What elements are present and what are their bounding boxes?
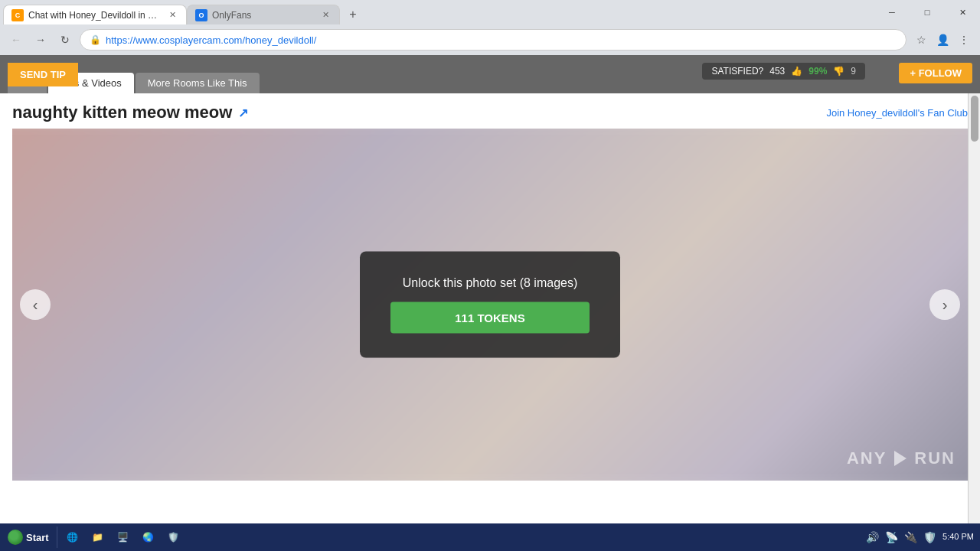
tab-more-rooms[interactable]: More Rooms Like This bbox=[136, 73, 260, 93]
tab1-favicon: C bbox=[11, 9, 24, 21]
taskbar-antivirus-icon[interactable]: 🛡️ bbox=[162, 529, 185, 546]
windows-icon bbox=[8, 530, 23, 545]
window-controls: ─ □ ✕ bbox=[874, 0, 980, 24]
satisfied-label: SATISFIED? bbox=[711, 66, 763, 77]
satisfied-pct: 99% bbox=[808, 66, 827, 77]
external-link-icon[interactable]: ↗ bbox=[238, 106, 248, 120]
unlock-text: Unlock this photo set (8 images) bbox=[403, 276, 578, 290]
speaker-icon: 🔊 bbox=[866, 531, 879, 543]
fan-club-link[interactable]: Join Honey_devildoll's Fan Club bbox=[826, 107, 968, 119]
taskbar-browser-icon[interactable]: 🌏 bbox=[136, 529, 160, 546]
bookmark-button[interactable]: ☆ bbox=[911, 30, 931, 50]
watermark-text-any: ANY bbox=[847, 448, 887, 468]
tab-strip: C Chat with Honey_Devildoll in a Live / … bbox=[0, 0, 363, 24]
scrollbar[interactable] bbox=[968, 93, 980, 523]
unlock-overlay: Unlock this photo set (8 images) 111 TOK… bbox=[360, 252, 620, 358]
watermark-play-icon bbox=[894, 451, 906, 466]
follow-button[interactable]: + FOLLOW bbox=[899, 63, 972, 83]
tab-active[interactable]: C Chat with Honey_Devildoll in a Live / … bbox=[3, 5, 187, 24]
thumbs-down-icon: 👎 bbox=[833, 66, 844, 77]
battery-icon: 🔌 bbox=[904, 531, 917, 543]
tab2-favicon: O bbox=[195, 9, 207, 21]
lock-icon: 🔒 bbox=[90, 34, 101, 45]
taskbar-items: 🌐 📁 🖥️ 🌏 🛡️ bbox=[57, 529, 860, 546]
refresh-button[interactable]: ↻ bbox=[55, 30, 75, 50]
unlock-button[interactable]: 111 TOKENS bbox=[390, 302, 590, 334]
dislike-count: 9 bbox=[851, 66, 856, 77]
main-area: naughty kitten meow meow ↗ Join Honey_de… bbox=[0, 93, 980, 551]
tab-inactive[interactable]: O OnlyFans ✕ bbox=[187, 5, 340, 24]
url-text: https://www.cosplayercam.com/honey_devil… bbox=[106, 34, 316, 46]
start-button[interactable]: Start bbox=[0, 527, 57, 548]
address-bar: ← → ↻ 🔒 https://www.cosplayercam.com/hon… bbox=[0, 24, 980, 55]
network-icon: 📡 bbox=[885, 531, 898, 543]
send-tip-button[interactable]: SEND TIP bbox=[8, 63, 78, 86]
satisfied-bar: SATISFIED? 453 👍 99% 👎 9 bbox=[702, 63, 865, 80]
room-title: naughty kitten meow meow ↗ bbox=[12, 103, 248, 122]
taskbar-ie-icon[interactable]: 🌐 bbox=[60, 529, 84, 546]
page-tab-nav: Bio Pics & Videos More Rooms Like This S… bbox=[0, 55, 980, 93]
start-label: Start bbox=[26, 532, 49, 543]
tab1-close[interactable]: ✕ bbox=[166, 9, 178, 21]
time-display: 5:40 PM bbox=[942, 531, 974, 543]
menu-button[interactable]: ⋮ bbox=[954, 30, 974, 50]
profile-button[interactable]: 👤 bbox=[933, 30, 952, 50]
taskbar-sys: 🔊 📡 🔌 🛡️ 5:40 PM bbox=[860, 531, 980, 543]
taskbar: Start 🌐 📁 🖥️ 🌏 🛡️ 🔊 📡 🔌 🛡️ 5:40 PM bbox=[0, 523, 980, 551]
scrollbar-thumb[interactable] bbox=[971, 96, 978, 142]
browser-frame: C Chat with Honey_Devildoll in a Live / … bbox=[0, 0, 980, 551]
back-button[interactable]: ← bbox=[6, 30, 26, 50]
close-button[interactable]: ✕ bbox=[945, 0, 980, 24]
tab2-title: OnlyFans bbox=[212, 10, 315, 21]
tab1-title: Chat with Honey_Devildoll in a Live / bbox=[28, 10, 162, 21]
minimize-button[interactable]: ─ bbox=[874, 0, 910, 24]
new-tab-button[interactable]: + bbox=[343, 5, 363, 24]
title-bar: C Chat with Honey_Devildoll in a Live / … bbox=[0, 0, 980, 24]
satisfied-count: 453 bbox=[769, 66, 785, 77]
address-actions: ☆ 👤 ⋮ bbox=[911, 30, 974, 50]
url-bar[interactable]: 🔒 https://www.cosplayercam.com/honey_dev… bbox=[80, 29, 906, 51]
watermark-text-run: RUN bbox=[914, 448, 956, 468]
page-content: SEND TIP Bio Pics & Videos More Rooms Li… bbox=[0, 55, 980, 551]
watermark: ANY RUN bbox=[847, 448, 956, 468]
room-title-text: naughty kitten meow meow bbox=[12, 103, 232, 122]
taskbar-computer-icon[interactable]: 🖥️ bbox=[111, 529, 135, 546]
prev-image-button[interactable]: ‹ bbox=[20, 289, 51, 320]
maximize-button[interactable]: □ bbox=[910, 0, 945, 24]
image-viewer: ‹ Unlock this photo set (8 images) 111 T… bbox=[12, 129, 968, 481]
time-text: 5:40 PM bbox=[942, 532, 974, 541]
room-title-row: naughty kitten meow meow ↗ Join Honey_de… bbox=[0, 93, 980, 129]
thumbs-up-icon: 👍 bbox=[791, 66, 802, 77]
alert-icon: 🛡️ bbox=[923, 531, 936, 543]
forward-button[interactable]: → bbox=[31, 30, 51, 50]
next-image-button[interactable]: › bbox=[929, 289, 960, 320]
taskbar-folder-icon[interactable]: 📁 bbox=[86, 529, 109, 546]
tab2-close[interactable]: ✕ bbox=[319, 9, 332, 21]
